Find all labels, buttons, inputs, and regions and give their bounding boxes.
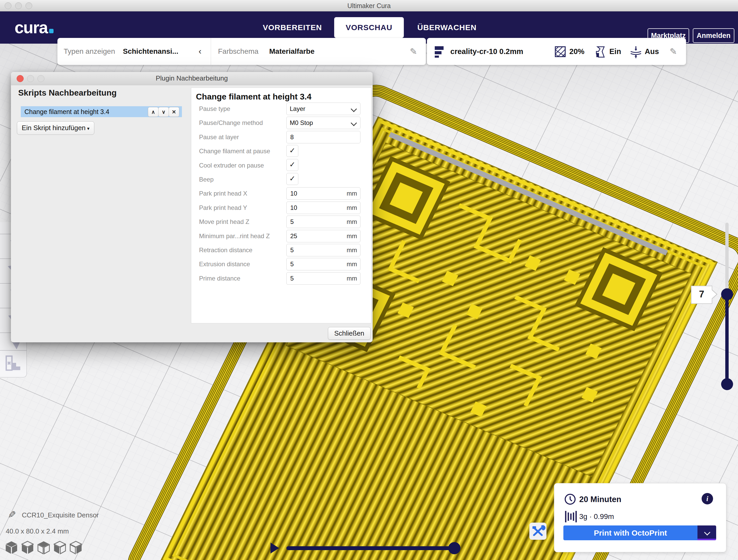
min-z-input[interactable] (290, 231, 340, 241)
pause-type-select[interactable]: Layer (286, 103, 360, 115)
setting-label: Move print head Z (199, 218, 285, 225)
move-z-input[interactable] (290, 216, 340, 227)
cool-extruder-checkbox[interactable]: ✓ (286, 159, 298, 171)
chevron-down-icon (704, 529, 710, 535)
prime-input[interactable] (290, 273, 340, 284)
layer-slider-upper-handle[interactable] (721, 288, 733, 300)
infill-value: 20% (570, 38, 585, 65)
rename-pencil-icon[interactable]: ✎ (8, 509, 16, 521)
printer-preset[interactable]: creality-cr-10 0.2mm (450, 38, 523, 65)
layer-slider-lower-handle[interactable] (721, 378, 733, 390)
color-scheme-value[interactable]: Materialfarbe (269, 38, 314, 65)
logo-dot-icon (49, 29, 53, 33)
clock-icon (564, 493, 576, 505)
chevron-down-icon (351, 120, 357, 126)
change-filament-checkbox[interactable]: ✓ (286, 145, 298, 157)
add-script-dropdown[interactable]: Ein Skript hinzufügen▾ (17, 121, 94, 135)
scripts-heading: Skripts Nachbearbeitung (18, 88, 117, 98)
print-settings-tools-button[interactable] (529, 523, 546, 540)
print-button-label[interactable]: Print with OctoPrint (564, 525, 697, 540)
caret-down-icon: ▾ (87, 126, 89, 131)
setting-label: Pause type (199, 105, 285, 112)
chevron-down-icon (351, 106, 357, 112)
park-x-field[interactable]: mm (286, 187, 360, 200)
tools-icon (529, 523, 546, 540)
layer-number-badge: 7 (691, 286, 712, 304)
pause-method-select[interactable]: M0 Stop (286, 117, 360, 129)
park-x-input[interactable] (290, 188, 340, 199)
remove-script-button[interactable]: ✕ (168, 107, 179, 117)
layer-number: 7 (699, 289, 704, 300)
script-name[interactable]: Change filament at height 3.4 (24, 106, 109, 117)
adhesion-icon (630, 46, 642, 58)
layer-slider-track[interactable] (725, 222, 729, 298)
view-type-value[interactable]: Schichtenansi... (123, 38, 178, 65)
extrusion-field[interactable]: mm (286, 258, 360, 270)
move-z-field[interactable]: mm (286, 215, 360, 228)
view-left-icon[interactable] (53, 541, 66, 554)
view-front-icon[interactable] (21, 541, 34, 554)
park-y-input[interactable] (290, 202, 340, 213)
view-options-bar: Typen anzeigen Schichtenansi... ‹ Farbsc… (57, 38, 426, 65)
dialog-title-bar[interactable]: Plugin Nachbearbeitung (11, 72, 373, 85)
adhesion-value: Aus (645, 38, 659, 65)
setting-label: Pause/Change method (199, 119, 285, 126)
cura-logo: cura (15, 18, 53, 37)
print-with-octoprint-button[interactable]: Print with OctoPrint (564, 525, 716, 540)
setting-label: Park print head X (199, 190, 285, 197)
beep-checkbox[interactable]: ✓ (286, 173, 298, 185)
macos-title-bar[interactable]: Ultimaker Cura (0, 0, 738, 11)
min-z-field[interactable]: mm (286, 230, 360, 242)
path-slider-track[interactable] (286, 546, 454, 550)
layers-icon (435, 46, 446, 58)
info-icon[interactable]: i (702, 493, 713, 504)
view-top-icon[interactable] (37, 541, 50, 554)
chevron-left-icon[interactable]: ‹ (199, 38, 202, 65)
view-right-icon[interactable] (70, 541, 82, 554)
print-summary-card: 20 Minuten 3g · 0.99m (554, 483, 726, 552)
settings-heading: Change filament at height 3.4 (196, 92, 312, 101)
setting-label: Pause at layer (199, 133, 285, 141)
retraction-input[interactable] (290, 245, 340, 255)
color-scheme-label: Farbschema (218, 38, 259, 65)
dialog-title: Plugin Nachbearbeitung (11, 74, 373, 82)
script-settings-panel: Change filament at height 3.4 Pause type… (191, 87, 371, 324)
setting-label: Park print head Y (199, 204, 285, 211)
infill-icon (555, 46, 566, 57)
park-y-field[interactable]: mm (286, 201, 360, 214)
setting-label: Prime distance (199, 275, 285, 282)
setting-label: Minimum par...rint head Z (199, 232, 285, 240)
dropdown-accent (697, 539, 716, 540)
script-list-item[interactable]: Change filament at height 3.4 ∧ ∨ ✕ (21, 106, 182, 117)
window-title: Ultimaker Cura (0, 2, 738, 10)
view-type-label: Typen anzeigen (64, 38, 115, 65)
move-script-up-button[interactable]: ∧ (148, 107, 158, 117)
setting-label: Beep (199, 176, 285, 183)
view-3d-icon[interactable] (5, 541, 18, 554)
signin-button[interactable]: Anmelden (693, 28, 734, 43)
filament-icon (565, 510, 578, 523)
setting-label: Cool extruder on pause (199, 162, 285, 169)
retraction-field[interactable]: mm (286, 244, 360, 256)
edit-view-pencil-icon[interactable]: ✎ (410, 38, 417, 65)
app-window: 7 ✎ CCR10_Exquisite Densor 40.0 x 80.0 x… (0, 0, 738, 560)
support-blocker-icon[interactable] (5, 355, 21, 371)
edit-print-settings-pencil-icon[interactable]: ✎ (670, 38, 677, 65)
object-dimensions: 40.0 x 80.0 x 2.4 mm (6, 527, 69, 535)
setting-label: Retraction distance (199, 246, 285, 254)
path-slider-handle[interactable] (448, 542, 460, 554)
move-script-down-button[interactable]: ∨ (158, 107, 169, 117)
pause-at-layer-input[interactable] (290, 132, 340, 143)
camera-view-buttons (5, 541, 91, 554)
printer-settings-bar[interactable]: creality-cr-10 0.2mm 20% Ein Aus ✎ (427, 38, 686, 65)
prime-field[interactable]: mm (286, 272, 360, 285)
pause-at-layer-field[interactable] (286, 131, 360, 143)
layer-slider-range[interactable] (725, 294, 729, 385)
extrusion-input[interactable] (290, 259, 340, 269)
play-button[interactable] (271, 543, 279, 554)
support-value: Ein (609, 38, 621, 65)
close-dialog-button[interactable]: Schließen (328, 327, 371, 340)
object-name: CCR10_Exquisite Densor (22, 511, 99, 519)
print-button-dropdown[interactable] (697, 525, 716, 540)
material-usage: 3g · 0.99m (579, 512, 614, 521)
